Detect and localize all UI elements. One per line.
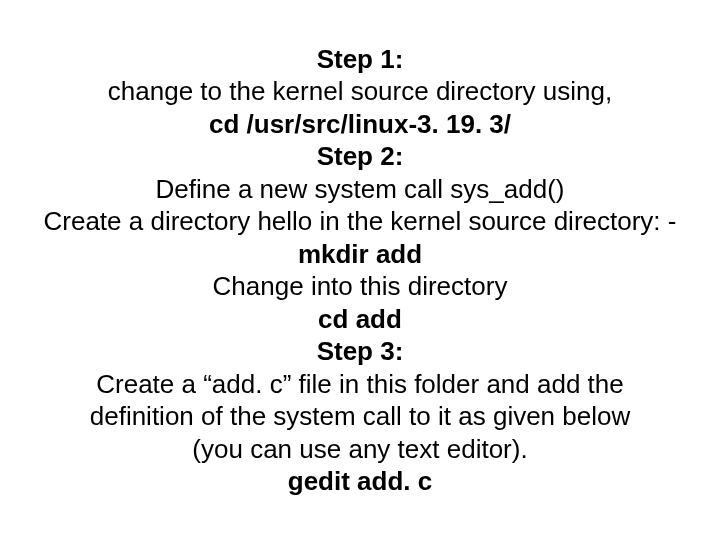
step-2-cmd-2: cd add <box>30 303 690 336</box>
step-1-cmd: cd /usr/src/linux-3. 19. 3/ <box>30 108 690 141</box>
step-2-cmd-1: mkdir add <box>30 238 690 271</box>
step-1-desc: change to the kernel source directory us… <box>30 75 690 108</box>
step-3-desc-1: Create a “add. c” file in this folder an… <box>30 368 690 401</box>
step-2-heading: Step 2: <box>30 140 690 173</box>
step-3-desc-2: definition of the system call to it as g… <box>30 400 690 433</box>
step-2-desc-2: Create a directory hello in the kernel s… <box>30 205 690 238</box>
step-1-heading: Step 1: <box>30 43 690 76</box>
slide-content: Step 1: change to the kernel source dire… <box>0 23 720 518</box>
step-3-cmd: gedit add. c <box>30 465 690 498</box>
step-3-desc-3: (you can use any text editor). <box>30 433 690 466</box>
step-3-heading: Step 3: <box>30 335 690 368</box>
step-2-desc-3: Change into this directory <box>30 270 690 303</box>
step-2-desc-1: Define a new system call sys_add() <box>30 173 690 206</box>
